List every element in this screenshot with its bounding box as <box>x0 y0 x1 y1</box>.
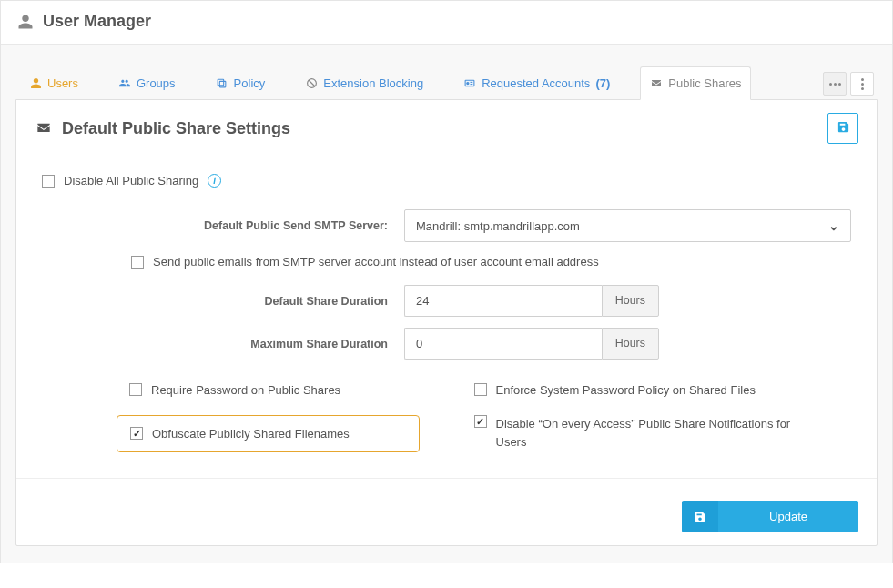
options-col-right: Enforce System Password Policy on Shared… <box>474 383 852 452</box>
page-title: User Manager <box>17 12 876 31</box>
send-public-emails-row: Send public emails from SMTP server acco… <box>131 255 851 269</box>
form: Disable All Public Sharing i Default Pub… <box>16 157 877 479</box>
tab-users[interactable]: Users <box>19 66 88 99</box>
update-button[interactable]: Update <box>682 501 858 532</box>
update-button-label: Update <box>718 501 858 532</box>
options-grid: Require Password on Public Shares Obfusc… <box>42 383 851 452</box>
enforce-policy-row: Enforce System Password Policy on Shared… <box>474 383 852 397</box>
smtp-value: Mandrill: smtp.mandrillapp.com <box>416 219 580 233</box>
tab-label: Extension Blocking <box>323 76 423 90</box>
group-icon <box>118 77 131 90</box>
more-vertical-button[interactable] <box>850 72 874 96</box>
tab-groups[interactable]: Groups <box>108 66 186 99</box>
obfuscate-checkbox[interactable] <box>130 427 143 440</box>
card-icon <box>463 77 476 90</box>
default-duration-label: Default Share Duration <box>42 295 388 308</box>
chevron-down-icon: ⌄ <box>828 218 839 233</box>
default-duration-input[interactable] <box>404 285 602 317</box>
tabs: Users Groups Policy <box>15 66 751 99</box>
require-password-checkbox[interactable] <box>129 383 142 396</box>
max-duration-label: Maximum Share Duration <box>42 338 388 350</box>
options-col-left: Require Password on Public Shares Obfusc… <box>42 383 420 452</box>
footer: Update <box>16 479 877 545</box>
panel-header: Default Public Share Settings <box>16 100 877 157</box>
max-duration-input[interactable] <box>404 328 602 360</box>
envelope-icon <box>650 77 663 90</box>
require-password-row: Require Password on Public Shares <box>129 383 420 397</box>
send-public-emails-checkbox[interactable] <box>131 256 144 269</box>
smtp-label: Default Public Send SMTP Server: <box>42 219 388 232</box>
disable-all-row: Disable All Public Sharing i <box>42 174 851 188</box>
tab-policy[interactable]: Policy <box>206 66 276 99</box>
tabs-row: Users Groups Policy <box>15 66 878 99</box>
tab-label: Users <box>47 76 78 90</box>
dots-vertical-icon <box>861 78 864 90</box>
unit-label: Hours <box>602 328 659 360</box>
svg-line-3 <box>309 80 315 86</box>
tab-label: Groups <box>137 76 176 90</box>
save-icon <box>682 501 718 532</box>
unit-label: Hours <box>602 285 659 317</box>
disable-on-access-row: Disable “On every Access” Public Share N… <box>474 415 852 451</box>
block-icon <box>305 77 318 90</box>
svg-rect-0 <box>219 81 226 87</box>
max-duration-group: Hours <box>404 328 659 360</box>
page: User Manager Users Groups <box>0 0 893 563</box>
tab-count: (7) <box>595 76 610 90</box>
disable-all-label: Disable All Public Sharing <box>64 174 198 188</box>
obfuscate-label: Obfuscate Publicly Shared Filenames <box>152 427 350 441</box>
max-duration-row: Maximum Share Duration Hours <box>42 328 851 360</box>
disable-on-access-checkbox[interactable] <box>474 415 487 428</box>
default-duration-group: Hours <box>404 285 659 317</box>
tab-extension-blocking[interactable]: Extension Blocking <box>295 66 433 99</box>
user-icon <box>17 14 34 30</box>
disable-on-access-label: Disable “On every Access” Public Share N… <box>496 415 797 451</box>
envelope-icon <box>35 121 53 136</box>
smtp-select[interactable]: Mandrill: smtp.mandrillapp.com ⌄ <box>404 209 851 242</box>
panel-title-text: Default Public Share Settings <box>62 119 290 138</box>
header: User Manager <box>1 1 892 45</box>
tab-label: Requested Accounts <box>482 76 590 90</box>
tab-public-shares[interactable]: Public Shares <box>640 66 751 100</box>
tab-requested-accounts[interactable]: Requested Accounts (7) <box>453 66 620 99</box>
save-icon <box>837 120 850 137</box>
more-horizontal-button[interactable] <box>823 72 847 96</box>
enforce-policy-label: Enforce System Password Policy on Shared… <box>496 383 756 397</box>
user-icon <box>29 77 42 90</box>
page-title-text: User Manager <box>43 12 151 31</box>
toolbar <box>823 72 878 99</box>
enforce-policy-checkbox[interactable] <box>474 383 487 396</box>
svg-point-5 <box>467 82 469 84</box>
dots-horizontal-icon <box>829 83 841 86</box>
copy-icon <box>216 77 228 90</box>
obfuscate-row: Obfuscate Publicly Shared Filenames <box>117 415 420 452</box>
svg-rect-1 <box>218 79 224 86</box>
save-button[interactable] <box>827 113 858 144</box>
send-public-emails-label: Send public emails from SMTP server acco… <box>153 255 599 269</box>
body: Users Groups Policy <box>1 45 892 563</box>
tab-label: Public Shares <box>668 76 741 90</box>
panel-title: Default Public Share Settings <box>35 119 290 138</box>
info-icon[interactable]: i <box>208 174 221 188</box>
default-duration-row: Default Share Duration Hours <box>42 285 851 317</box>
disable-all-checkbox[interactable] <box>42 175 55 188</box>
tab-label: Policy <box>234 76 266 90</box>
require-password-label: Require Password on Public Shares <box>151 383 340 397</box>
panel: Default Public Share Settings Disable Al… <box>15 99 878 546</box>
smtp-row: Default Public Send SMTP Server: Mandril… <box>42 209 851 242</box>
